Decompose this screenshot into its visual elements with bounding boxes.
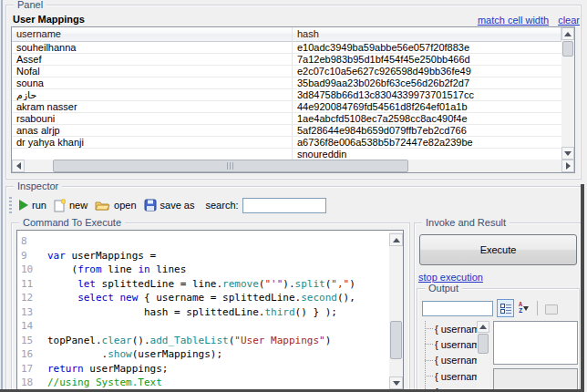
panel-groupbox-label: Panel [14, 0, 46, 11]
table-row[interactable]: dr yahya khanjia6736f8e006a538b5b72447e8… [12, 137, 561, 149]
cell-username[interactable]: anas alrjp [12, 125, 293, 137]
tree-connector [425, 328, 433, 329]
tree-vertical-scrollbar[interactable] [477, 321, 489, 389]
cell-username[interactable]: akram nasser [12, 101, 293, 113]
cell-hash[interactable]: 1ae4abcfd5108ec7a2598cc8ac490f4e [293, 113, 561, 125]
open-button[interactable]: open [91, 197, 139, 213]
scroll-thumb[interactable] [478, 334, 489, 354]
toolbar-grip[interactable] [9, 197, 12, 213]
code-text: return userMappings; [47, 363, 168, 375]
table-row[interactable]: Nofale2c07c10a5e627c926598d49bb36fe49 [12, 66, 561, 77]
new-document-icon [54, 199, 66, 212]
match-cell-width-link[interactable]: match cell width [478, 15, 549, 26]
user-mappings-table[interactable]: username hash souheilhannae10adc3949ba59… [11, 26, 575, 173]
scroll-thumb[interactable] [562, 41, 573, 57]
code-line: 16 .show(userMappings); [17, 348, 386, 363]
scroll-down-button[interactable] [389, 377, 403, 389]
scroll-up-button[interactable] [389, 233, 403, 246]
cell-hash[interactable]: 5af28644e984b659d079ffb7eb2cd766 [293, 125, 561, 137]
window-left-border [0, 0, 4, 392]
code-text: .show(userMappings); [47, 348, 222, 360]
tree-item[interactable]: { usernam [421, 336, 477, 352]
execute-button[interactable]: Execute [419, 234, 577, 265]
cell-username[interactable]: rsabouni [12, 113, 293, 125]
column-header-username[interactable]: username [12, 27, 293, 42]
cell-hash[interactable]: e10adc3949ba59abbe56e057f20f883e [293, 42, 561, 54]
cell-username[interactable]: souheilhanna [12, 42, 293, 54]
line-number: 13 [21, 306, 45, 318]
tree-item[interactable]: { usernam [421, 321, 477, 336]
alphabetical-sort-button[interactable]: AZ [515, 299, 532, 317]
table-rows: souheilhannae10adc3949ba59abbe56e057f20f… [12, 42, 561, 160]
line-number: 10 [21, 263, 45, 275]
categorized-view-button[interactable] [497, 299, 514, 317]
command-groupbox-label: Command To Execute [19, 217, 125, 229]
code-text: var userMappings = [47, 250, 156, 262]
open-label: open [114, 200, 136, 211]
table-row[interactable]: souna35bad99aa23b026bf63ce56d26b2f2d7 [12, 77, 561, 89]
new-button[interactable]: new [50, 197, 91, 214]
table-horizontal-scrollbar[interactable] [12, 160, 574, 172]
run-button[interactable]: run [15, 198, 50, 212]
clear-link[interactable]: clear [558, 15, 580, 26]
scroll-thumb[interactable] [390, 321, 402, 359]
scroll-right-button[interactable] [561, 160, 574, 172]
editor-vertical-scrollbar[interactable] [389, 232, 403, 392]
save-as-button[interactable]: save as [140, 197, 199, 213]
table-row[interactable]: rsabouni1ae4abcfd5108ec7a2598cc8ac490f4e [12, 113, 561, 125]
table-row[interactable]: anas alrjp5af28644e984b659d079ffb7eb2cd7… [12, 125, 561, 137]
tree-item[interactable]: { usernam [421, 368, 477, 384]
cell-hash[interactable]: 3d84758b66d13c8304339973701517cc [293, 89, 561, 101]
property-pages-button[interactable] [541, 300, 561, 318]
line-number: 14 [21, 320, 45, 332]
cell-hash[interactable]: a6736f8e006a538b5b72447e82a239be [293, 137, 561, 149]
line-number: 15 [21, 335, 45, 346]
output-tree[interactable]: { usernam{ usernam{ usernam{ usernam{ us… [421, 321, 477, 389]
cell-username[interactable]: souna [12, 77, 293, 89]
az-sort-icon: AZ [519, 302, 529, 315]
cell-hash[interactable]: 7a12eb983b95d1bf454f45e250bb466d [293, 54, 561, 66]
cell-hash[interactable]: e2c07c10a5e627c926598d49bb36fe49 [293, 66, 561, 77]
table-row[interactable]: akram nasser44e920084769fd54561d8f264ef0… [12, 101, 561, 113]
line-number: 9 [21, 250, 45, 262]
cell-username[interactable]: Assef [12, 54, 293, 66]
search-label: search: [206, 200, 239, 211]
line-number: 16 [21, 348, 45, 360]
scroll-left-button[interactable] [12, 160, 25, 172]
cell-username[interactable]: dr yahya khanji [12, 137, 293, 149]
cell-hash[interactable]: 44e920084769fd54561d8f264ef01a1b [293, 101, 561, 113]
scroll-down-button[interactable] [561, 147, 574, 160]
table-row[interactable]: حازم3d84758b66d13c8304339973701517cc [12, 89, 561, 101]
line-number: 8 [21, 235, 45, 247]
code-editor[interactable]: 89var userMappings =10 (from line in lin… [16, 230, 404, 392]
stop-execution-link[interactable]: stop execution [418, 272, 483, 283]
code-line: 15topPanel.clear().add_TableList("User M… [17, 335, 386, 349]
scroll-up-button[interactable] [561, 27, 574, 40]
column-header-hash[interactable]: hash [293, 27, 561, 42]
code-text: select new { username = splittedLine.sec… [47, 292, 355, 304]
code-text: hash = splittedLine.third() } ); [47, 306, 337, 318]
line-number: 18 [21, 377, 45, 388]
table-header: username hash [12, 27, 561, 42]
search-input[interactable] [242, 198, 326, 213]
output-filter-input[interactable] [422, 301, 493, 316]
tree-item-label: { usernam [435, 339, 477, 350]
cell-hash[interactable]: 35bad99aa23b026bf63ce56d26b2f2d7 [293, 77, 561, 89]
table-vertical-scrollbar[interactable] [561, 27, 574, 160]
scroll-up-button[interactable] [477, 321, 489, 333]
run-icon [19, 200, 28, 211]
code-text: topPanel.clear().add_TableList("User Map… [47, 335, 331, 346]
down-arrow-icon [564, 151, 572, 156]
table-row[interactable]: Assef7a12eb983b95d1bf454f45e250bb466d [12, 54, 561, 66]
code-line: 12 select new { username = splittedLine.… [17, 292, 386, 306]
cell-username[interactable]: Nofal [12, 66, 293, 77]
left-arrow-icon [16, 162, 21, 170]
save-as-label: save as [160, 200, 195, 211]
thumb-grip [227, 162, 234, 170]
open-folder-icon [95, 199, 110, 211]
table-row[interactable]: souheilhannae10adc3949ba59abbe56e057f20f… [12, 42, 561, 54]
cell-username[interactable]: حازم [12, 89, 293, 101]
tree-item[interactable]: { usernam [421, 353, 477, 368]
scroll-thumb[interactable] [53, 160, 408, 172]
code-text: let splittedLine = line.remove("'").spli… [47, 278, 355, 290]
